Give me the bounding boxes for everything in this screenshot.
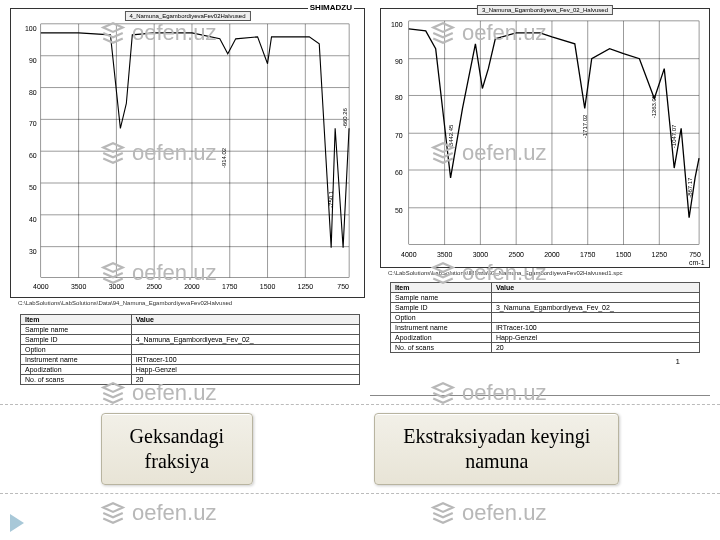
- btn2-line2: namuna: [403, 449, 590, 474]
- svg-text:40: 40: [29, 216, 37, 223]
- right-chart: 3_Namuna_Egambordiyeva_Fev_02_Halvused: [380, 8, 710, 268]
- svg-text:100: 100: [25, 25, 37, 32]
- svg-text:1250: 1250: [652, 251, 668, 258]
- left-meta-table: Item Value Sample name Sample ID4_Namuna…: [20, 314, 360, 385]
- svg-text:2000: 2000: [184, 283, 200, 290]
- divider: [370, 395, 710, 396]
- table-row: Sample ID4_Namuna_Egambordiyeva_Fev_02_: [21, 335, 360, 345]
- table-row: Instrument nameIRTracer-100: [21, 355, 360, 365]
- table-row: Sample name: [391, 293, 700, 303]
- table-row: Instrument nameIRTracer-100: [391, 323, 700, 333]
- th-item: Item: [391, 283, 492, 293]
- svg-text:70: 70: [29, 120, 37, 127]
- svg-text:750: 750: [337, 283, 349, 290]
- svg-text:60: 60: [395, 169, 403, 176]
- left-chart-wrap: SHIMADZU 4_Namuna_EgambordiyevaFev02Halv…: [10, 8, 370, 391]
- right-chart-wrap: 3_Namuna_Egambordiyeva_Fev_02_Halvused: [380, 8, 710, 391]
- svg-text:50: 50: [395, 207, 403, 214]
- svg-text:4000: 4000: [33, 283, 49, 290]
- svg-text:1500: 1500: [260, 283, 276, 290]
- svg-text:1250: 1250: [298, 283, 314, 290]
- buttons-row: Geksandagi fraksiya Ekstraksiyadan keyin…: [0, 413, 720, 485]
- th-item: Item: [21, 315, 132, 325]
- play-icon[interactable]: [10, 514, 24, 532]
- page-content: SHIMADZU 4_Namuna_EgambordiyevaFev02Halv…: [0, 0, 720, 540]
- right-chart-svg: 100 90 80 70 60 50 4000 3500 3000 2500 2…: [381, 9, 709, 267]
- svg-text:30: 30: [29, 248, 37, 255]
- svg-text:60: 60: [29, 152, 37, 159]
- svg-text:3500: 3500: [71, 283, 87, 290]
- svg-text:-914.02: -914.02: [221, 147, 227, 168]
- svg-text:1750: 1750: [222, 283, 238, 290]
- svg-text:3500: 3500: [437, 251, 453, 258]
- svg-text:-750.1: -750.1: [328, 190, 334, 208]
- svg-text:90: 90: [395, 58, 403, 65]
- table-row: No. of scans20: [21, 375, 360, 385]
- svg-rect-0: [41, 24, 349, 278]
- left-chart: SHIMADZU 4_Namuna_EgambordiyevaFev02Halv…: [10, 8, 365, 298]
- svg-text:cm-1: cm-1: [689, 259, 705, 266]
- svg-text:100: 100: [391, 21, 403, 28]
- svg-text:3000: 3000: [109, 283, 125, 290]
- table-row: Sample name: [21, 325, 360, 335]
- right-chart-caption: C:\LabSolutions\LabSolutions\IRData\93_N…: [380, 268, 710, 278]
- table-row: No. of scans20: [391, 343, 700, 353]
- svg-text:80: 80: [29, 89, 37, 96]
- hexane-fraction-button[interactable]: Geksandagi fraksiya: [101, 413, 253, 485]
- btn2-line1: Ekstraksiyadan keyingi: [403, 424, 590, 449]
- dashed-divider: [0, 493, 720, 494]
- charts-row: SHIMADZU 4_Namuna_EgambordiyevaFev02Halv…: [0, 0, 720, 391]
- svg-text:-660.26: -660.26: [342, 107, 348, 128]
- th-value: Value: [491, 283, 699, 293]
- svg-text:750: 750: [689, 251, 701, 258]
- svg-text:-1263.05: -1263.05: [651, 94, 657, 118]
- svg-text:2500: 2500: [146, 283, 162, 290]
- table-row: ApodizationHapp-Genzel: [391, 333, 700, 343]
- svg-text:-3442.45: -3442.45: [448, 124, 454, 148]
- svg-text:1500: 1500: [616, 251, 632, 258]
- svg-text:1750: 1750: [580, 251, 596, 258]
- left-chart-svg: 100 90 80 70 60 50 40 30 4000 3500 3000: [11, 9, 364, 297]
- th-value: Value: [131, 315, 359, 325]
- dashed-divider: [0, 404, 720, 405]
- svg-text:70: 70: [395, 132, 403, 139]
- table-row: ApodizationHapp-Genzel: [21, 365, 360, 375]
- btn1-line1: Geksandagi: [130, 424, 224, 449]
- svg-text:2000: 2000: [544, 251, 560, 258]
- table-row: Option: [21, 345, 360, 355]
- btn1-line2: fraksiya: [130, 449, 224, 474]
- table-row: Option: [391, 313, 700, 323]
- svg-text:4000: 4000: [401, 251, 417, 258]
- svg-text:-1717.02: -1717.02: [582, 114, 588, 138]
- svg-text:80: 80: [395, 94, 403, 101]
- left-chart-caption: C:\LabSolutions\LabSolutions\Data\94_Nam…: [10, 298, 370, 308]
- svg-text:-1047.07: -1047.07: [671, 124, 677, 148]
- svg-text:50: 50: [29, 184, 37, 191]
- right-meta-table: Item Value Sample name Sample ID3_Namuna…: [390, 282, 700, 353]
- svg-text:2500: 2500: [508, 251, 524, 258]
- table-row: Sample ID3_Namuna_Egambordiyeva_Fev_02_: [391, 303, 700, 313]
- page-number: 1: [380, 357, 710, 366]
- svg-text:3000: 3000: [473, 251, 489, 258]
- svg-text:-867.17: -867.17: [687, 177, 693, 198]
- svg-text:90: 90: [29, 57, 37, 64]
- after-extraction-button[interactable]: Ekstraksiyadan keyingi namuna: [374, 413, 619, 485]
